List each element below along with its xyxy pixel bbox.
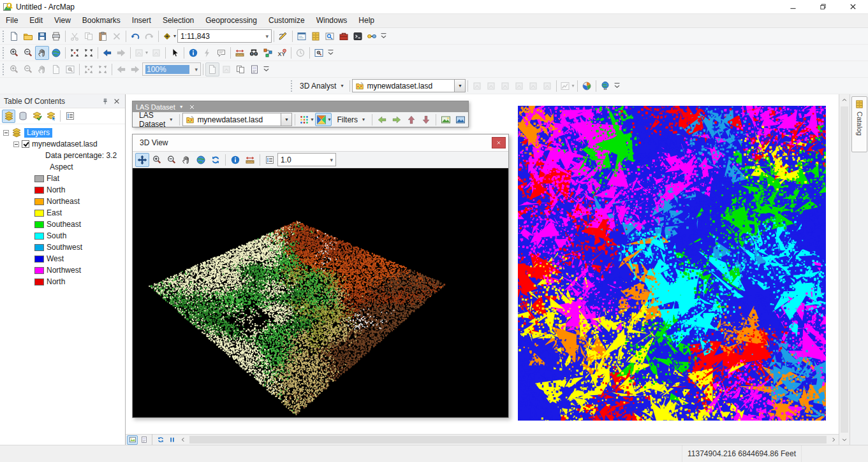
- next-section[interactable]: [390, 113, 404, 126]
- create-viewer-window[interactable]: [312, 46, 326, 60]
- 3d-analyst-menu[interactable]: 3D Analyst▾: [295, 80, 348, 92]
- modelbuilder-window[interactable]: [365, 29, 379, 43]
- minimize-button[interactable]: [778, 0, 808, 13]
- search-window[interactable]: [323, 29, 337, 43]
- legend-swatch[interactable]: [34, 267, 44, 274]
- zoom-out-tool[interactable]: [21, 46, 35, 60]
- list-by-visibility[interactable]: [30, 110, 43, 123]
- find-route[interactable]: [261, 46, 275, 60]
- view-full-extent[interactable]: [194, 153, 208, 167]
- go-back-extent[interactable]: [100, 46, 114, 60]
- chevron-down-icon[interactable]: ▾: [571, 83, 574, 89]
- view-pan[interactable]: [179, 153, 193, 167]
- arctoolbox-window[interactable]: [337, 29, 351, 43]
- editor-toolbar[interactable]: [276, 29, 290, 43]
- close-button[interactable]: [838, 0, 868, 13]
- las-toolbar-close-icon[interactable]: [188, 102, 197, 112]
- map-scale-combo[interactable]: 1:11,843▾: [177, 29, 272, 43]
- toolbar-overflow-button[interactable]: [261, 62, 271, 76]
- list-by-source[interactable]: [16, 110, 29, 123]
- toolbar-grip[interactable]: [2, 64, 5, 75]
- toc-options[interactable]: [63, 110, 77, 123]
- catalog-tab[interactable]: Catalog: [851, 96, 867, 152]
- pause-drawing-button[interactable]: [166, 435, 177, 445]
- las-points-symbology[interactable]: ▾: [298, 113, 314, 126]
- combo-chevron-icon[interactable]: ▾: [327, 157, 335, 163]
- legend-swatch[interactable]: [34, 187, 44, 194]
- menu-geoprocessing[interactable]: Geoprocessing: [200, 14, 263, 27]
- measure-tool[interactable]: [233, 46, 247, 60]
- legend-swatch[interactable]: [34, 244, 44, 251]
- vertical-scrollbar-thumb[interactable]: [841, 106, 848, 433]
- fixed-zoom-out[interactable]: [82, 46, 96, 60]
- toc-layers-row[interactable]: Layers: [0, 127, 125, 138]
- las-dataset-menu[interactable]: LAS Dataset▾: [135, 110, 177, 130]
- open[interactable]: [21, 29, 35, 43]
- exaggeration-combo[interactable]: 1.0▾: [277, 153, 336, 166]
- las-surface-symbology[interactable]: ▾: [315, 113, 332, 126]
- legend-swatch[interactable]: [34, 221, 44, 228]
- view-measure[interactable]: [243, 153, 257, 167]
- 3d-view-close-button[interactable]: [492, 137, 506, 148]
- view-zoom-out[interactable]: [165, 153, 179, 167]
- dropdown-button[interactable]: ▼: [454, 80, 465, 92]
- restore-button[interactable]: [808, 0, 838, 13]
- list-by-selection[interactable]: [44, 110, 57, 123]
- table-of-contents-toggle[interactable]: [295, 29, 309, 43]
- legend-swatch[interactable]: [34, 233, 44, 240]
- menu-bookmarks[interactable]: Bookmarks: [77, 14, 126, 27]
- toolbar-overflow-button[interactable]: [612, 79, 622, 93]
- las-profile-view[interactable]: [439, 113, 453, 126]
- go-to-xy[interactable]: [275, 46, 289, 60]
- menu-edit[interactable]: Edit: [24, 14, 48, 27]
- las-dataset-combo[interactable]: mynewdataset.lasd▼: [182, 113, 292, 126]
- toolbar-menu-chevron-icon[interactable]: ▾: [177, 102, 186, 112]
- aspect-raster-map[interactable]: [518, 106, 826, 421]
- menu-file[interactable]: File: [0, 14, 24, 27]
- toolbar-grip[interactable]: [290, 80, 293, 92]
- toolbar-overflow-button[interactable]: [326, 46, 335, 60]
- las-3d-view[interactable]: [453, 113, 467, 126]
- dataset-label[interactable]: mynewdataset.lasd: [32, 140, 98, 148]
- toolbar-overflow-button[interactable]: [379, 29, 388, 43]
- 3d-view-canvas[interactable]: [133, 168, 508, 417]
- paste[interactable]: [96, 29, 110, 43]
- vertical-scrollbar-track[interactable]: [839, 105, 850, 434]
- pan-tool[interactable]: [35, 46, 49, 60]
- las-filters-menu[interactable]: Filters▾: [332, 114, 369, 126]
- legend-swatch[interactable]: [34, 210, 44, 217]
- find-tool[interactable]: [247, 46, 261, 60]
- dropdown-button[interactable]: ▼: [281, 113, 291, 126]
- catalog-window[interactable]: [309, 29, 323, 43]
- save[interactable]: [35, 29, 49, 43]
- html-popup-tool[interactable]: [214, 46, 228, 60]
- new-map-file[interactable]: [7, 29, 21, 43]
- legend-swatch[interactable]: [34, 175, 44, 182]
- collapse-icon[interactable]: [13, 141, 19, 147]
- undo[interactable]: [128, 29, 142, 43]
- layout-zoom-combo[interactable]: 100%▾: [142, 62, 201, 76]
- chevron-down-icon[interactable]: ▾: [328, 117, 330, 122]
- print[interactable]: [49, 29, 63, 43]
- scroll-right-button[interactable]: [828, 435, 839, 445]
- refresh-view-button[interactable]: [155, 435, 166, 445]
- menu-view[interactable]: View: [48, 14, 77, 27]
- data-view-button[interactable]: [127, 435, 138, 445]
- menu-customize[interactable]: Customize: [263, 14, 311, 27]
- list-by-drawing-order[interactable]: [2, 110, 15, 123]
- horizontal-scrollbar[interactable]: [188, 435, 828, 445]
- layout-view-button[interactable]: [138, 435, 149, 445]
- vertical-scrollbar[interactable]: [839, 94, 850, 445]
- chevron-down-icon[interactable]: ▾: [311, 117, 313, 122]
- full-extent[interactable]: [49, 46, 63, 60]
- chevron-down-icon[interactable]: ▾: [173, 34, 176, 39]
- 3d-analyst-layer-combo[interactable]: mynewdataset.lasd▼: [352, 79, 466, 92]
- horizontal-scrollbar-thumb[interactable]: [189, 436, 827, 444]
- navigate-3d[interactable]: [135, 153, 149, 167]
- move-section-up[interactable]: [404, 113, 418, 126]
- previous-section[interactable]: [375, 113, 389, 126]
- chevron-down-icon[interactable]: ▾: [145, 50, 148, 55]
- arcglobe-launcher[interactable]: [598, 79, 612, 93]
- toolbar-grip[interactable]: [2, 47, 5, 59]
- move-section-down[interactable]: [419, 113, 433, 126]
